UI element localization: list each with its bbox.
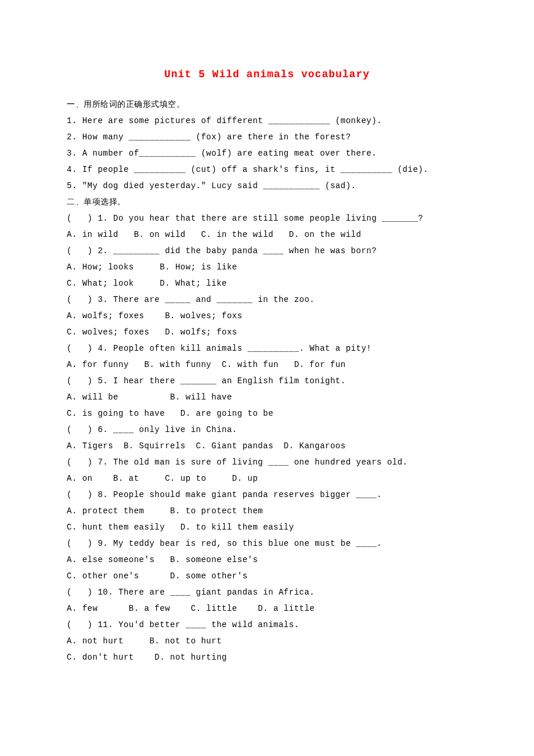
worksheet-title: Unit 5 Wild animals vocabulary <box>67 64 467 85</box>
mc-options: A. How; looks B. How; is like C. What; l… <box>67 259 467 291</box>
mc-question: ( ) 1. Do you hear that there are still … <box>67 210 467 226</box>
mc-question: ( ) 7. The old man is sure of living ___… <box>67 454 467 470</box>
mc-options: A. few B. a few C. little D. a little <box>67 600 467 617</box>
mc-options: A. wolfs; foxes B. wolves; foxs C. wolve… <box>67 308 467 340</box>
mc-question: ( ) 10. There are ____ giant pandas in A… <box>67 584 467 600</box>
mc-options: A. on B. at C. up to D. up <box>67 470 467 487</box>
mc-options: A. will be B. will have C. is going to h… <box>67 389 467 422</box>
fill-blank-item: 1. Here are some pictures of different _… <box>67 113 467 129</box>
mc-question: ( ) 2. _________ did the baby panda ____… <box>67 243 467 259</box>
mc-question: ( ) 4. People often kill animals _______… <box>67 340 467 357</box>
fill-blank-item: 5. "My dog died yesterday." Lucy said __… <box>67 178 467 194</box>
section1-header: 一、用所给词的正确形式填空。 <box>67 96 467 113</box>
mc-options: A. for funny B. with funny C. with fun D… <box>67 357 467 373</box>
fill-blank-item: 3. A number of___________ (wolf) are eat… <box>67 145 467 161</box>
mc-question: ( ) 9. My teddy bear is red, so this blu… <box>67 535 467 552</box>
mc-options: A. else someone's B. someone else's C. o… <box>67 552 467 584</box>
mc-question: ( ) 11. You'd better ____ the wild anima… <box>67 617 467 633</box>
mc-question: ( ) 3. There are _____ and _______ in th… <box>67 291 467 308</box>
fill-blank-item: 4. If people __________ (cut) off a shar… <box>67 161 467 178</box>
mc-options: A. in wild B. on wild C. in the wild D. … <box>67 226 467 243</box>
mc-options: A. not hurt B. not to hurt C. don't hurt… <box>67 633 467 665</box>
mc-options: A. protect them B. to protect them C. hu… <box>67 503 467 535</box>
mc-question: ( ) 5. I hear there _______ an English f… <box>67 373 467 389</box>
section2-header: 二、单项选择。 <box>67 194 467 210</box>
mc-options: A. Tigers B. Squirrels C. Giant pandas D… <box>67 438 467 454</box>
mc-question: ( ) 8. People should make giant panda re… <box>67 487 467 503</box>
fill-blank-item: 2. How many ____________ (fox) are there… <box>67 129 467 145</box>
mc-question: ( ) 6. ____ only live in China. <box>67 422 467 438</box>
